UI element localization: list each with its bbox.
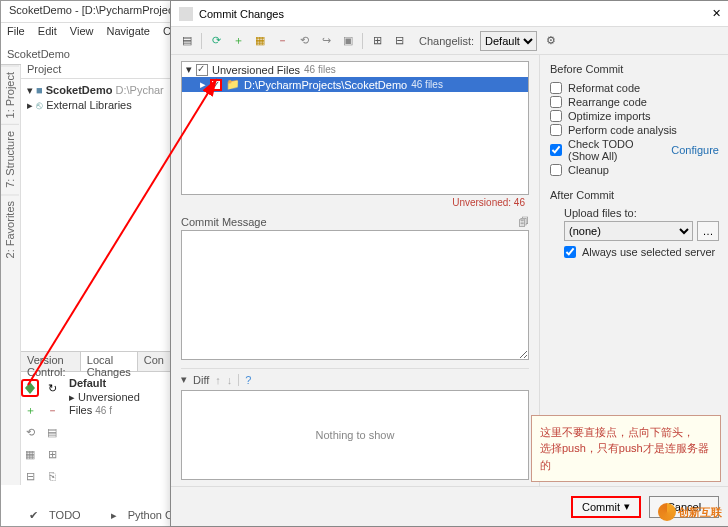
cancel-button[interactable]: Cancel: [649, 496, 719, 518]
diff-empty: Nothing to show: [316, 429, 395, 441]
commit-dialog: Commit Changes ✕ ▤ ⟳ ＋ ▦ － ⟲ ↪ ▣ ⊞ ⊟ Cha…: [170, 0, 728, 527]
commit-message-label: Commit Message: [181, 216, 267, 228]
project-root[interactable]: ▾ ■ ScoketDemo D:\Pycharm: [27, 83, 164, 98]
gutter-project[interactable]: 1: Project: [1, 65, 19, 124]
left-gutter: 1: Project 7: Structure 2: Favorites: [1, 65, 21, 485]
dialog-icon: [179, 7, 193, 21]
vc-default-changelist[interactable]: Default: [65, 376, 167, 390]
vc-icon-minus[interactable]: －: [43, 401, 61, 419]
tree-item-path: D:\PycharmProjects\ScoketDemo: [244, 79, 407, 91]
commit-button[interactable]: Commit ▾: [571, 496, 641, 518]
diff-label: Diff: [193, 374, 209, 386]
diff-header: ▾Diff ↑ ↓ ?: [181, 368, 529, 386]
close-icon[interactable]: ✕: [712, 7, 721, 20]
menu-file[interactable]: File: [7, 25, 25, 37]
vc-icon-grid: ↻ ＋ － ⟲ ▤ ▦ ⊞ ⊟ ⎘: [21, 379, 63, 487]
opt-reformat[interactable]: Reformat code: [550, 81, 719, 95]
tree-root-checkbox[interactable]: [196, 64, 208, 76]
diff-viewer: Nothing to show: [181, 390, 529, 480]
changelist-select[interactable]: Default: [480, 31, 537, 51]
dialog-title-text: Commit Changes: [199, 8, 284, 20]
before-commit-header: Before Commit: [550, 63, 719, 75]
remove-icon[interactable]: －: [274, 33, 290, 49]
tree-root-count: 46 files: [304, 64, 336, 75]
move-icon[interactable]: ↪: [318, 33, 334, 49]
menu-view[interactable]: View: [70, 25, 94, 37]
project-panel: Project ▾ ■ ScoketDemo D:\Pycharm ▸ ⎋ Ex…: [21, 59, 171, 349]
refresh-icon[interactable]: ↻: [43, 379, 61, 397]
vc-tabs: Version Control: Local Changes Con: [21, 352, 171, 372]
file-tree: ▾ Unversioned Files 46 files ▸ 📁 D:\Pych…: [181, 61, 529, 195]
history-icon[interactable]: 🗐: [518, 216, 529, 228]
hint-line1: 这里不要直接点，点向下箭头，: [540, 424, 712, 441]
vc-icon-diff[interactable]: ▤: [43, 423, 61, 441]
upload-select[interactable]: (none): [564, 221, 693, 241]
unversioned-status: Unversioned: 46: [181, 195, 529, 210]
expand-icon[interactable]: ⊞: [369, 33, 385, 49]
changelist-label: Changelist:: [419, 35, 474, 47]
project-tree: ▾ ■ ScoketDemo D:\Pycharm ▸ ⎋ External L…: [21, 79, 170, 117]
add-icon[interactable]: ＋: [230, 33, 246, 49]
dialog-toolbar: ▤ ⟳ ＋ ▦ － ⟲ ↪ ▣ ⊞ ⊟ Changelist: Default …: [171, 27, 728, 55]
gutter-favorites[interactable]: 2: Favorites: [1, 194, 19, 264]
tree-root-label: Unversioned Files: [212, 64, 300, 76]
vc-unversioned[interactable]: ▸ Unversioned Files 46 f: [65, 390, 167, 417]
vc-icon-collapse[interactable]: ⊟: [21, 467, 39, 485]
diff-down-icon[interactable]: ↓: [227, 374, 233, 386]
show-diff-icon[interactable]: ▤: [179, 33, 195, 49]
dialog-titlebar: Commit Changes ✕: [171, 1, 728, 27]
annotation-hint: 这里不要直接点，点向下箭头， 选择push，只有push才是连服务器的: [531, 415, 721, 483]
vc-icon-copy[interactable]: ⎘: [43, 467, 61, 485]
dialog-left: ▾ Unversioned Files 46 files ▸ 📁 D:\Pych…: [171, 55, 539, 486]
tree-item-count: 46 files: [411, 79, 443, 90]
vc-icon-revert[interactable]: ⟲: [21, 423, 39, 441]
opt-always-server[interactable]: Always use selected server: [564, 245, 719, 259]
menu-edit[interactable]: Edit: [38, 25, 57, 37]
vc-icon-plus[interactable]: ＋: [21, 401, 39, 419]
after-commit-header: After Commit: [550, 189, 719, 201]
diff-up-icon[interactable]: ↑: [215, 374, 221, 386]
upload-label: Upload files to:: [564, 207, 719, 219]
tree-root-unversioned[interactable]: ▾ Unversioned Files 46 files: [182, 62, 528, 77]
vc-icon-expand[interactable]: ⊞: [43, 445, 61, 463]
opt-cleanup[interactable]: Cleanup: [550, 163, 719, 177]
configure-link[interactable]: Configure: [671, 144, 719, 156]
revert-icon[interactable]: ⟲: [296, 33, 312, 49]
upload-browse-button[interactable]: …: [697, 221, 719, 241]
changelist-settings-icon[interactable]: ⚙: [543, 33, 559, 49]
diff-help-icon[interactable]: ?: [245, 374, 251, 386]
opt-analysis[interactable]: Perform code analysis: [550, 123, 719, 137]
new-changelist-icon[interactable]: ▦: [252, 33, 268, 49]
project-panel-title: Project: [27, 63, 61, 75]
external-libraries[interactable]: ▸ ⎋ External Libraries: [27, 98, 164, 113]
refresh-icon[interactable]: ⟳: [208, 33, 224, 49]
tab-todo[interactable]: ✔ TODO: [21, 507, 97, 524]
tree-item-checkbox[interactable]: [210, 79, 222, 91]
vc-icon-group[interactable]: ▦: [21, 445, 39, 463]
project-panel-header: Project: [21, 59, 170, 79]
commit-icon[interactable]: [21, 379, 39, 397]
chevron-down-icon[interactable]: ▾: [624, 500, 630, 513]
gutter-structure[interactable]: 7: Structure: [1, 124, 19, 194]
dialog-footer: Commit ▾ Cancel: [171, 486, 728, 526]
opt-rearrange[interactable]: Rearrange code: [550, 95, 719, 109]
group-icon[interactable]: ▣: [340, 33, 356, 49]
menu-navigate[interactable]: Navigate: [107, 25, 150, 37]
vc-tab-local[interactable]: Local Changes: [81, 352, 138, 371]
commit-message-header: Commit Message 🗐: [181, 216, 529, 228]
commit-message-input[interactable]: [181, 230, 529, 360]
collapse-icon[interactable]: ⊟: [391, 33, 407, 49]
breadcrumb[interactable]: ScoketDemo: [7, 48, 70, 60]
tree-item-project[interactable]: ▸ 📁 D:\PycharmProjects\ScoketDemo 46 fil…: [182, 77, 528, 92]
vc-tab-con[interactable]: Con: [138, 352, 171, 371]
opt-check-todo[interactable]: Check TODO (Show All)Configure: [550, 137, 719, 163]
opt-optimize[interactable]: Optimize imports: [550, 109, 719, 123]
vc-tab-version[interactable]: Version Control:: [21, 352, 81, 371]
hint-line2: 选择push，只有push才是连服务器的: [540, 440, 712, 473]
